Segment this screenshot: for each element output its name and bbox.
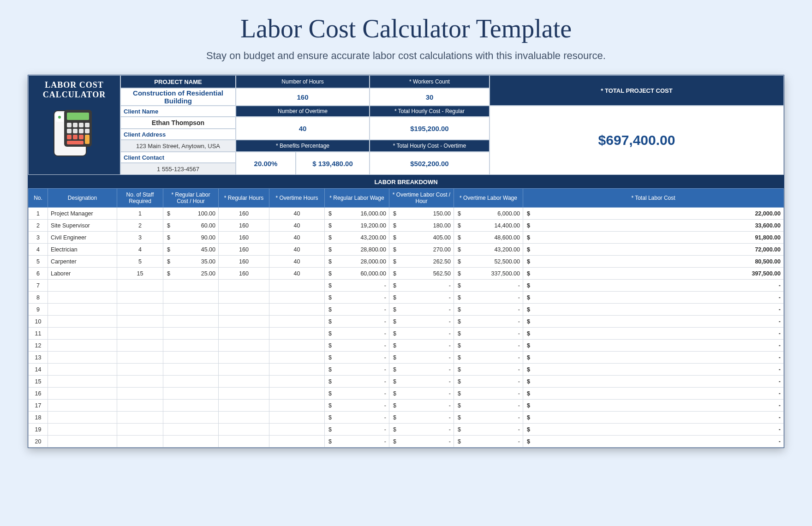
benefits-pct-value[interactable]: 20.00% [236,152,296,175]
money-cell[interactable]: $80,500.00 [523,256,784,268]
empty-cell[interactable] [163,304,219,316]
empty-cell[interactable] [219,292,269,304]
ot-hours[interactable]: 40 [269,268,325,280]
money-cell[interactable]: $- [523,436,784,448]
empty-cell[interactable] [269,376,325,388]
money-cell[interactable]: $- [454,328,523,340]
hours-value[interactable]: 160 [236,88,370,106]
money-cell[interactable]: $43,200.00 [454,244,523,256]
money-cell[interactable]: $180.00 [389,220,454,232]
ot-hours[interactable]: 40 [269,208,325,220]
empty-cell[interactable] [117,376,163,388]
money-cell[interactable]: $- [389,400,454,412]
money-cell[interactable]: $22,000.00 [523,208,784,220]
money-cell[interactable]: $- [523,364,784,376]
empty-cell[interactable] [269,400,325,412]
money-cell[interactable]: $- [389,340,454,352]
money-cell[interactable]: $- [325,400,389,412]
money-cell[interactable]: $28,800.00 [325,244,389,256]
empty-cell[interactable] [269,280,325,292]
workers-value[interactable]: 30 [370,88,490,106]
empty-cell[interactable] [117,400,163,412]
empty-cell[interactable] [48,328,117,340]
empty-cell[interactable] [219,304,269,316]
reg-hours[interactable]: 160 [219,256,269,268]
empty-cell[interactable] [48,304,117,316]
empty-cell[interactable] [48,364,117,376]
empty-cell[interactable] [269,412,325,424]
money-cell[interactable]: $150.00 [389,208,454,220]
money-cell[interactable]: $25.00 [163,268,219,280]
money-cell[interactable]: $72,000.00 [523,244,784,256]
empty-cell[interactable] [219,316,269,328]
empty-cell[interactable] [117,412,163,424]
money-cell[interactable]: $- [523,340,784,352]
empty-cell[interactable] [117,340,163,352]
empty-cell[interactable] [269,328,325,340]
empty-cell[interactable] [219,352,269,364]
staff[interactable]: 4 [117,244,163,256]
empty-cell[interactable] [48,424,117,436]
money-cell[interactable]: $- [325,436,389,448]
money-cell[interactable]: $- [454,436,523,448]
project-name-value[interactable]: Construction of Residential Building [120,88,236,106]
money-cell[interactable]: $- [454,352,523,364]
money-cell[interactable]: $- [389,424,454,436]
money-cell[interactable]: $- [325,304,389,316]
money-cell[interactable]: $- [454,280,523,292]
money-cell[interactable]: $262.50 [389,256,454,268]
staff[interactable]: 1 [117,208,163,220]
money-cell[interactable]: $- [523,316,784,328]
money-cell[interactable]: $35.00 [163,256,219,268]
money-cell[interactable]: $60.00 [163,220,219,232]
money-cell[interactable]: $- [389,388,454,400]
empty-cell[interactable] [48,436,117,448]
empty-cell[interactable] [117,424,163,436]
money-cell[interactable]: $52,500.00 [454,256,523,268]
money-cell[interactable]: $- [325,280,389,292]
money-cell[interactable]: $- [325,340,389,352]
money-cell[interactable]: $6,000.00 [454,208,523,220]
overtime-value[interactable]: 40 [236,117,370,140]
empty-cell[interactable] [48,388,117,400]
money-cell[interactable]: $- [523,388,784,400]
money-cell[interactable]: $- [389,412,454,424]
client-address-value[interactable]: 123 Main Street, Anytown, USA [120,140,236,152]
money-cell[interactable]: $- [389,376,454,388]
money-cell[interactable]: $- [389,364,454,376]
empty-cell[interactable] [163,292,219,304]
designation[interactable]: Electrician [48,244,117,256]
money-cell[interactable]: $- [523,376,784,388]
ot-hours[interactable]: 40 [269,256,325,268]
staff[interactable]: 5 [117,256,163,268]
money-cell[interactable]: $- [523,292,784,304]
staff[interactable]: 2 [117,220,163,232]
empty-cell[interactable] [269,340,325,352]
money-cell[interactable]: $- [523,352,784,364]
empty-cell[interactable] [117,388,163,400]
money-cell[interactable]: $- [325,376,389,388]
money-cell[interactable]: $48,600.00 [454,232,523,244]
money-cell[interactable]: $- [454,400,523,412]
staff[interactable]: 15 [117,268,163,280]
money-cell[interactable]: $90.00 [163,232,219,244]
empty-cell[interactable] [117,304,163,316]
empty-cell[interactable] [48,292,117,304]
money-cell[interactable]: $100.00 [163,208,219,220]
money-cell[interactable]: $- [523,424,784,436]
empty-cell[interactable] [269,316,325,328]
money-cell[interactable]: $- [523,328,784,340]
empty-cell[interactable] [48,280,117,292]
money-cell[interactable]: $- [389,304,454,316]
ot-hours[interactable]: 40 [269,220,325,232]
empty-cell[interactable] [48,316,117,328]
empty-cell[interactable] [48,412,117,424]
money-cell[interactable]: $270.00 [389,244,454,256]
money-cell[interactable]: $33,600.00 [523,220,784,232]
money-cell[interactable]: $- [523,280,784,292]
empty-cell[interactable] [163,328,219,340]
empty-cell[interactable] [48,352,117,364]
reg-hours[interactable]: 160 [219,244,269,256]
money-cell[interactable]: $19,200.00 [325,220,389,232]
staff[interactable]: 3 [117,232,163,244]
